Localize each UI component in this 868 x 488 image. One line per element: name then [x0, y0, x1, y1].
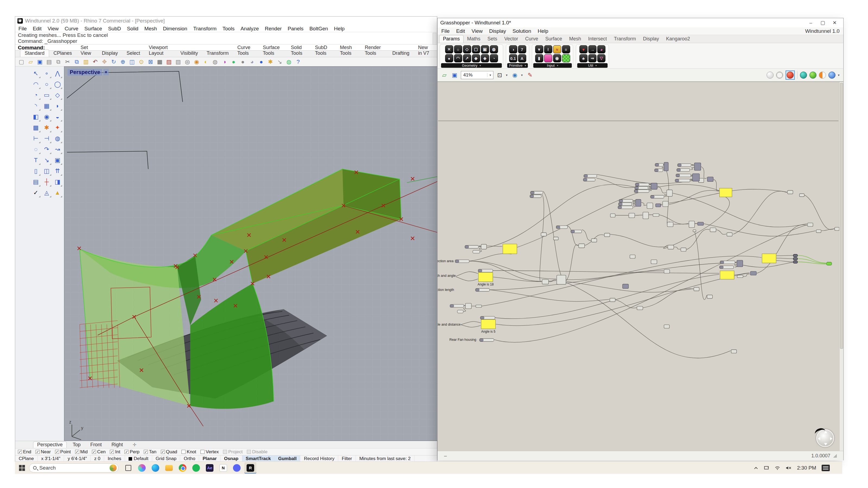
- component-node[interactable]: [710, 228, 716, 232]
- taskbar-app-task-view[interactable]: [122, 462, 134, 474]
- number-slider[interactable]: [676, 174, 691, 177]
- number-slider[interactable]: [480, 316, 495, 319]
- component-node[interactable]: [476, 305, 482, 307]
- group-expand-icon[interactable]: ▾: [595, 64, 597, 67]
- curve-tool[interactable]: ◠: [30, 79, 41, 90]
- osnap-end[interactable]: ✓End: [18, 449, 31, 455]
- rhino-menu-edit[interactable]: Edit: [33, 26, 42, 32]
- rhino-menu-dimension[interactable]: Dimension: [163, 26, 187, 32]
- start-button[interactable]: [15, 462, 29, 474]
- rhino-menu-transform[interactable]: Transform: [193, 26, 216, 32]
- brep-param-tile[interactable]: ◆: [472, 54, 480, 62]
- yellow-panel[interactable]: [720, 271, 734, 279]
- group-label-util[interactable]: Util▾: [577, 63, 608, 68]
- rhino-menu-render[interactable]: Render: [265, 26, 282, 32]
- zoom-extents-icon[interactable]: ⊡: [496, 71, 504, 79]
- yellow-panel[interactable]: Angle is 18: [478, 272, 494, 286]
- component-node[interactable]: [629, 213, 635, 218]
- number-slider[interactable]: [479, 338, 494, 341]
- rhino-menu-view[interactable]: View: [48, 26, 59, 32]
- lock-icon[interactable]: ◍: [211, 58, 219, 66]
- component-node-selected[interactable]: [694, 163, 701, 170]
- number-slider[interactable]: [720, 261, 735, 264]
- named-views-icon[interactable]: ▨: [165, 58, 173, 66]
- component-node-selected[interactable]: [622, 284, 628, 289]
- component-node-selected[interactable]: [707, 177, 713, 182]
- gh-menu-display[interactable]: Display: [489, 28, 506, 34]
- sketch-marker-icon[interactable]: ✎: [526, 71, 534, 79]
- properties-icon[interactable]: ⧉: [54, 58, 62, 66]
- tray-volume-muted-icon[interactable]: [785, 466, 792, 470]
- torus-tool[interactable]: ◒: [52, 111, 63, 122]
- number-slider-tile[interactable]: ▼: [535, 45, 543, 54]
- curve-param-tile[interactable]: ◠: [454, 54, 462, 62]
- component-node[interactable]: [557, 275, 566, 284]
- gh-menu-solution[interactable]: Solution: [513, 28, 531, 34]
- osnap-point[interactable]: ✓Point: [55, 449, 71, 455]
- taskbar-clock[interactable]: 2:30 PM: [797, 465, 816, 471]
- osnap-checkbox-knot[interactable]: [182, 450, 186, 454]
- zoom-window-icon[interactable]: ◫: [128, 58, 136, 66]
- toolbar-tab-solid-tools[interactable]: Solid Tools: [286, 44, 311, 57]
- gh-menu-file[interactable]: File: [441, 28, 450, 34]
- component-node[interactable]: [465, 303, 471, 309]
- number-slider[interactable]: [655, 163, 663, 166]
- taskbar-search-input[interactable]: Search: [29, 463, 119, 473]
- group-label-primitive[interactable]: Primitive▾: [507, 63, 528, 68]
- pan-icon[interactable]: ✥: [100, 58, 108, 66]
- component-node-selected[interactable]: [698, 222, 704, 225]
- world-icon[interactable]: ◍: [285, 58, 293, 66]
- component-node[interactable]: [541, 233, 546, 236]
- component-node[interactable]: [553, 237, 558, 240]
- group-label-input[interactable]: Input▾: [533, 63, 572, 68]
- number-slider[interactable]: [530, 195, 541, 198]
- circle-param-tile[interactable]: ○: [454, 45, 462, 54]
- object-snap-icon[interactable]: ◎: [183, 58, 191, 66]
- component-node[interactable]: [681, 248, 686, 251]
- light-icon[interactable]: ◐: [202, 58, 210, 66]
- mesh-param-tile[interactable]: ◈: [481, 54, 489, 62]
- component-node[interactable]: [579, 244, 585, 248]
- toolbar-tab-viewport-layout[interactable]: Viewport Layout: [145, 44, 176, 57]
- number-slider[interactable]: [478, 269, 493, 272]
- number-slider[interactable]: [650, 195, 664, 198]
- zoom-extents-icon[interactable]: ⊠: [147, 58, 155, 66]
- toolbar-tab-select[interactable]: Select: [122, 50, 145, 57]
- pyramid-tool[interactable]: ▲: [52, 187, 63, 198]
- rhino-menu-surface[interactable]: Surface: [84, 26, 102, 32]
- number-slider[interactable]: [556, 226, 567, 229]
- data-output-capsule[interactable]: [793, 258, 798, 260]
- component-node[interactable]: [689, 221, 695, 227]
- number-slider[interactable]: [583, 178, 595, 181]
- taskbar-app-file-explorer[interactable]: [163, 462, 175, 474]
- osnap-vertex[interactable]: Vertex: [200, 449, 219, 455]
- number-slider[interactable]: [677, 168, 690, 171]
- zoom-selected-icon[interactable]: ⊙: [137, 58, 145, 66]
- minimize-button[interactable]: –: [805, 19, 817, 27]
- geometry-cache-tile[interactable]: ◔: [490, 54, 498, 62]
- vector-param-tile[interactable]: ↗: [463, 54, 471, 62]
- number-slider[interactable]: [465, 246, 478, 248]
- osnap-checkbox-cen[interactable]: ✓: [92, 450, 96, 454]
- integer-param-tile[interactable]: 7: [518, 45, 526, 54]
- number-slider[interactable]: [584, 174, 597, 177]
- document-preview-icon[interactable]: [828, 72, 835, 78]
- component-node[interactable]: [835, 227, 839, 230]
- field-param-tile[interactable]: ◍: [490, 45, 498, 54]
- data-output-capsule[interactable]: [793, 261, 798, 263]
- rhino-menu-mesh[interactable]: Mesh: [144, 26, 157, 32]
- toolbar-tab-new-in-v7[interactable]: New in V7: [414, 44, 437, 57]
- gh-tab-kangaroo2[interactable]: Kangaroo2: [663, 35, 693, 43]
- open-document-icon[interactable]: ▱: [440, 71, 448, 79]
- osnap-checkbox-near[interactable]: ✓: [35, 450, 40, 454]
- component-node[interactable]: [653, 214, 659, 216]
- taskbar-app-copilot[interactable]: [136, 462, 148, 474]
- component-node[interactable]: [591, 238, 597, 242]
- toolbar-tab-visibility[interactable]: Visibility: [176, 50, 203, 57]
- wireframe-preview-mode-icon[interactable]: [776, 72, 783, 78]
- geometry-pipeline-tile[interactable]: ✕: [445, 45, 453, 54]
- component-node[interactable]: [664, 325, 670, 328]
- rhino-menu-tools[interactable]: Tools: [222, 26, 235, 32]
- component-node-selected[interactable]: [636, 199, 641, 206]
- viewport-layout-icon[interactable]: ▦: [156, 58, 164, 66]
